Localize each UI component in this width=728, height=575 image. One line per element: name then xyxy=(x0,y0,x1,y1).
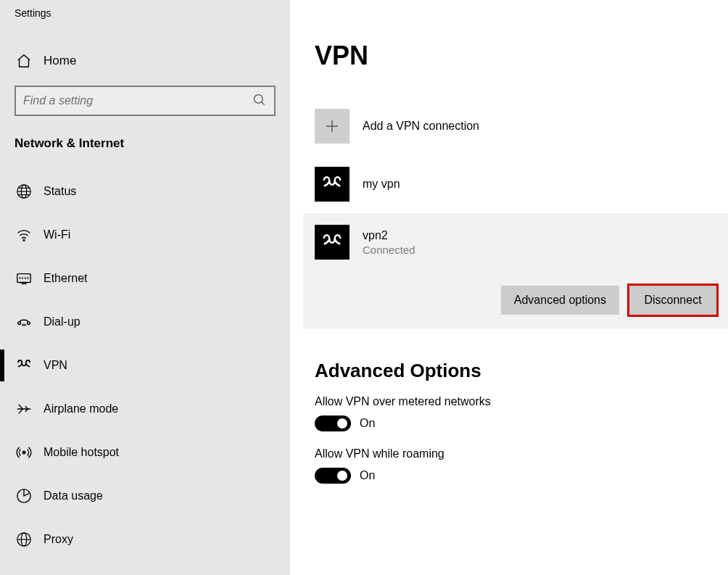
sidebar-item-label: Dial-up xyxy=(44,315,80,328)
airplane-icon xyxy=(16,401,32,417)
toggle-state: On xyxy=(360,469,375,482)
sidebar-item-label: Wi-Fi xyxy=(44,228,70,241)
sidebar-item-label: Mobile hotspot xyxy=(44,446,119,459)
svg-line-1 xyxy=(262,102,265,105)
proxy-icon xyxy=(16,531,32,547)
svg-point-15 xyxy=(28,322,30,325)
globe-icon xyxy=(16,183,32,199)
disconnect-button[interactable]: Disconnect xyxy=(629,286,716,315)
sidebar: Settings Home Network & Internet Status xyxy=(0,0,290,575)
sidebar-item-label: Data usage xyxy=(44,489,103,502)
toggle-state: On xyxy=(360,417,375,430)
sidebar-item-label: VPN xyxy=(44,359,67,372)
sidebar-category: Network & Internet xyxy=(0,116,290,158)
page-title: VPN xyxy=(315,41,728,71)
toggle-metered[interactable] xyxy=(315,415,351,431)
vpn-connection-icon xyxy=(315,167,349,202)
sidebar-item-hotspot[interactable]: Mobile hotspot xyxy=(0,431,290,474)
datausage-icon xyxy=(16,488,32,504)
advanced-options-heading: Advanced Options xyxy=(315,360,728,382)
sidebar-item-airplane[interactable]: Airplane mode xyxy=(0,387,290,431)
ethernet-icon xyxy=(16,270,32,286)
sidebar-item-vpn[interactable]: VPN xyxy=(0,344,290,387)
svg-point-14 xyxy=(18,322,21,325)
vpn-connection-name: my vpn xyxy=(363,178,400,191)
search-input[interactable] xyxy=(15,86,276,116)
svg-point-19 xyxy=(22,451,25,454)
hotspot-icon xyxy=(16,444,32,460)
add-vpn-row[interactable]: Add a VPN connection xyxy=(315,97,728,155)
vpn-connection-status: Connected xyxy=(363,244,415,256)
main-panel: VPN Add a VPN connection my vpn xyxy=(290,0,728,575)
home-icon xyxy=(16,53,32,69)
sidebar-item-label: Status xyxy=(44,185,76,198)
vpn-connection-name: vpn2 xyxy=(363,229,415,242)
sidebar-item-label: Ethernet xyxy=(44,272,87,285)
sidebar-item-ethernet[interactable]: Ethernet xyxy=(0,257,290,300)
plus-icon xyxy=(315,109,349,144)
search-icon xyxy=(252,93,267,107)
add-vpn-label: Add a VPN connection xyxy=(363,120,479,133)
svg-point-0 xyxy=(255,95,263,104)
sidebar-item-dialup[interactable]: Dial-up xyxy=(0,300,290,344)
option-label: Allow VPN while roaming xyxy=(315,447,728,460)
vpn-nav-icon xyxy=(16,357,32,373)
option-metered: Allow VPN over metered networks On xyxy=(315,395,728,431)
sidebar-item-label: Proxy xyxy=(44,533,73,546)
sidebar-item-label: Home xyxy=(44,54,76,68)
sidebar-item-status[interactable]: Status xyxy=(0,170,290,213)
sidebar-item-label: Airplane mode xyxy=(44,402,118,415)
vpn-connection-vpn2-card[interactable]: vpn2 Connected Advanced options Disconne… xyxy=(303,213,728,329)
dialup-icon xyxy=(16,314,32,330)
vpn-connection-icon xyxy=(315,225,349,260)
svg-rect-8 xyxy=(17,274,30,283)
search-box-container xyxy=(15,86,276,116)
advanced-options-button[interactable]: Advanced options xyxy=(501,286,619,315)
option-roaming: Allow VPN while roaming On xyxy=(315,447,728,484)
sidebar-item-proxy[interactable]: Proxy xyxy=(0,518,290,561)
sidebar-item-wifi[interactable]: Wi-Fi xyxy=(0,213,290,257)
svg-point-7 xyxy=(23,239,25,241)
option-label: Allow VPN over metered networks xyxy=(315,395,728,408)
wifi-icon xyxy=(16,227,32,243)
svg-rect-9 xyxy=(22,283,26,284)
window-title: Settings xyxy=(0,0,290,19)
toggle-roaming[interactable] xyxy=(315,468,351,484)
sidebar-item-datausage[interactable]: Data usage xyxy=(0,474,290,518)
sidebar-item-home[interactable]: Home xyxy=(0,39,290,83)
vpn-connection-myvpn[interactable]: my vpn xyxy=(315,155,728,213)
